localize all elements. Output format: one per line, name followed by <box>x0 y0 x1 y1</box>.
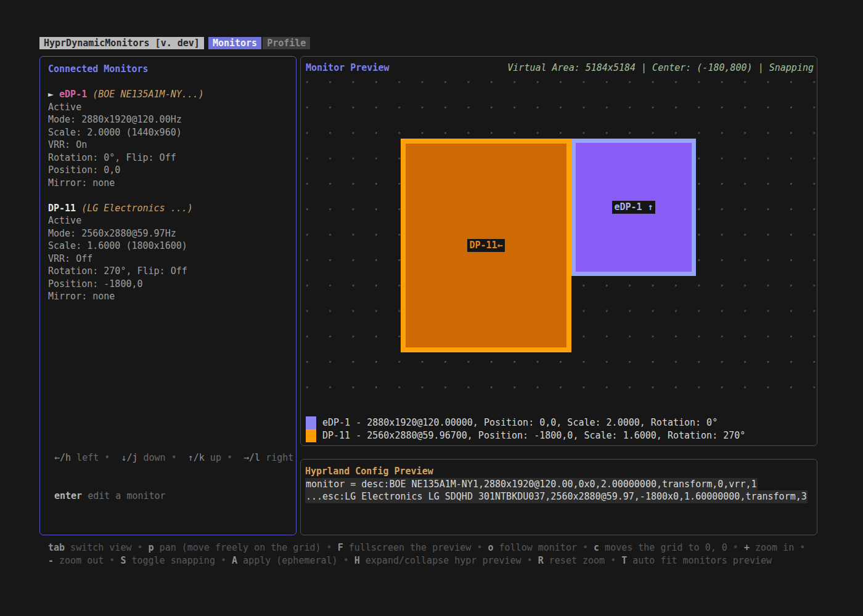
config-title: Hyprland Config Preview <box>305 465 812 478</box>
nav-hint-desc: up <box>205 452 221 463</box>
legend-row: eDP-1 - 2880x1920@120.00000, Position: 0… <box>306 416 745 429</box>
monitor-detail-line: Active <box>48 101 288 114</box>
preview-title: Monitor Preview <box>306 62 389 75</box>
tab-profile[interactable]: Profile <box>263 37 310 49</box>
legend-color-swatch <box>306 429 316 442</box>
connected-monitors-title: Connected Monitors <box>48 63 288 76</box>
monitor-entry-header: DP-11 (LG Electronics ...) <box>48 202 288 215</box>
legend-color-swatch <box>306 416 316 429</box>
config-line: monitor = desc:BOE NE135A1M-NY1,2880x192… <box>305 478 758 491</box>
help-desc: pan (move freely on the grid) <box>154 542 321 553</box>
legend-row: DP-11 - 2560x2880@59.96700, Position: -1… <box>306 429 745 442</box>
preview-monitor-edp1-label: eDP-1 ↑ <box>612 201 655 214</box>
monitor-entry-edp-1[interactable]: ► eDP-1 (BOE NE135A1M-NY...)ActiveMode: … <box>48 88 288 189</box>
preview-header: Monitor Preview Virtual Area: 5184x5184 … <box>306 62 814 75</box>
app-title: HyprDynamicMonitors [v. dev] <box>39 37 204 49</box>
help-key: tab <box>48 542 65 553</box>
help-desc: follow monitor <box>494 542 577 553</box>
tab-monitors[interactable]: Monitors <box>208 37 261 49</box>
hint-separator: • <box>215 555 232 566</box>
enter-key-label: enter <box>54 490 82 501</box>
help-desc: apply (ephemeral) <box>237 555 338 566</box>
monitor-description: (BOE NE135A1M-NY...) <box>87 89 204 100</box>
hint-separator: • <box>577 542 594 553</box>
nav-hint-desc: down <box>137 452 165 463</box>
legend-text: DP-11 - 2560x2880@59.96700, Position: -1… <box>322 429 745 442</box>
monitor-preview-panel: Monitor Preview Virtual Area: 5184x5184 … <box>300 56 817 446</box>
nav-hint-key: ↑/k <box>188 452 205 463</box>
config-lines: monitor = desc:BOE NE135A1M-NY1,2880x192… <box>305 478 812 503</box>
config-line: ...esc:LG Electronics LG SDQHD 301NTBKDU… <box>305 490 808 503</box>
hint-separator: • <box>221 452 243 463</box>
help-key: + <box>744 542 750 553</box>
nav-hint-key: ↓/j <box>121 452 137 463</box>
preview-monitor-edp1[interactable]: eDP-1 ↑ <box>571 139 696 276</box>
monitor-detail-line: Position: -1800,0 <box>48 278 288 291</box>
hint-separator: • <box>727 542 744 553</box>
help-bar: tab switch view • p pan (move freely on … <box>48 541 837 567</box>
nav-hint-desc: right <box>260 452 293 463</box>
help-desc: zoom out <box>54 555 104 566</box>
monitor-detail-line: Position: 0,0 <box>48 164 288 177</box>
app-root: HyprDynamicMonitors [v. dev] Monitors Pr… <box>0 0 863 616</box>
legend-text: eDP-1 - 2880x1920@120.00000, Position: 0… <box>322 416 718 429</box>
left-panel-footer: ←/h left • ↓/j down • ↑/k up • →/l right… <box>48 426 288 527</box>
topbar: HyprDynamicMonitors [v. dev] Monitors Pr… <box>39 37 310 49</box>
selection-marker-icon: ► <box>48 89 59 100</box>
preview-status: Virtual Area: 5184x5184 | Center: (-180,… <box>507 62 814 75</box>
enter-hint-desc: edit a monitor <box>88 490 165 501</box>
hint-separator: • <box>321 542 338 553</box>
help-key: p <box>149 542 154 553</box>
hint-separator: • <box>794 542 805 553</box>
hyprland-config-panel: Hyprland Config Preview monitor = desc:B… <box>300 459 817 535</box>
help-key: F <box>338 542 343 553</box>
hint-separator: • <box>471 542 488 553</box>
nav-hint-key: →/l <box>243 452 260 463</box>
monitor-entry-header: ► eDP-1 (BOE NE135A1M-NY...) <box>48 88 288 101</box>
monitor-detail-line: Active <box>48 214 288 227</box>
monitor-detail-line: Scale: 2.0000 (1440x960) <box>48 126 288 139</box>
monitor-detail-line: VRR: On <box>48 139 288 152</box>
help-key: o <box>488 542 493 553</box>
preview-grid[interactable]: DP-11← eDP-1 ↑ <box>301 75 817 411</box>
monitor-detail-line: Rotation: 270°, Flip: Off <box>48 265 288 278</box>
hint-separator: • <box>166 452 188 463</box>
monitor-detail-line: Rotation: 0°, Flip: Off <box>48 152 288 164</box>
monitor-detail-line: VRR: Off <box>48 253 288 265</box>
help-desc: fullscreen the preview <box>343 542 472 553</box>
monitor-detail-line: Mirror: none <box>48 290 288 303</box>
hint-separator: • <box>131 542 148 553</box>
help-line: - zoom out • S toggle snapping • A apply… <box>48 554 837 567</box>
nav-hint-key: ←/h <box>54 452 71 463</box>
help-key: c <box>594 542 599 553</box>
preview-monitor-dp11-label: DP-11← <box>467 239 504 252</box>
help-desc: expand/collapse hypr preview <box>360 555 521 566</box>
help-line: tab switch view • p pan (move freely on … <box>48 541 837 554</box>
nav-hint-desc: left <box>71 452 99 463</box>
preview-monitor-dp11[interactable]: DP-11← <box>401 139 571 352</box>
monitor-detail-line: Mode: 2880x1920@120.00Hz <box>48 113 288 126</box>
hint-separator: • <box>521 555 538 566</box>
monitor-detail-line: Mirror: none <box>48 177 288 190</box>
enter-hint: enter edit a monitor <box>54 490 288 503</box>
monitor-detail-line: Scale: 1.6000 (1800x1600) <box>48 240 288 253</box>
help-key: - <box>48 555 54 566</box>
help-key: R <box>538 555 544 566</box>
help-desc: auto fit monitors preview <box>627 555 772 566</box>
monitor-name: eDP-1 <box>59 89 87 100</box>
monitor-description: (LG Electronics ...) <box>76 203 193 214</box>
help-desc: reset zoom <box>544 555 605 566</box>
connected-monitors-panel: Connected Monitors ► eDP-1 (BOE NE135A1M… <box>39 56 297 535</box>
help-desc: switch view <box>65 542 131 553</box>
help-desc: zoom in <box>750 542 794 553</box>
help-key: H <box>354 555 360 566</box>
hint-separator: • <box>605 555 621 566</box>
hint-separator: • <box>104 555 120 566</box>
help-desc: toggle snapping <box>126 555 215 566</box>
monitor-entry-dp-11[interactable]: DP-11 (LG Electronics ...)ActiveMode: 25… <box>48 202 288 303</box>
hint-separator: • <box>99 452 121 463</box>
hint-separator: • <box>338 555 354 566</box>
monitor-detail-line: Mode: 2560x2880@59.97Hz <box>48 227 288 240</box>
preview-legend: eDP-1 - 2880x1920@120.00000, Position: 0… <box>306 416 745 442</box>
monitor-name: DP-11 <box>48 203 76 214</box>
